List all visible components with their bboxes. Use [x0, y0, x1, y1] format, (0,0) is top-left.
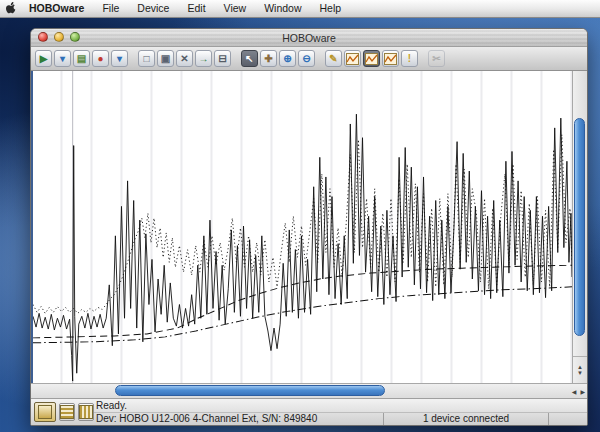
status-divider-2	[548, 413, 549, 426]
zoom-window-button[interactable]	[70, 32, 80, 42]
scroll-left-icon[interactable]: ◀	[572, 388, 577, 395]
mini-chart-glyph	[365, 53, 378, 65]
print-plot-glyph: ⊟	[218, 54, 226, 64]
status-text-area: Ready. Dev: HOBO U12-006 4-Channel Ext, …	[94, 399, 587, 425]
hoboware-window: HOBOware ▶▾▤●▾□▣✕→⊟↖✚⊕⊖✎!✂ ▲ ▼ ◀ ▶	[30, 28, 588, 426]
save-datafile-glyph: ▣	[161, 54, 170, 64]
plot-view-button[interactable]	[34, 402, 56, 422]
crosshair-tool-icon[interactable]: ✚	[260, 50, 277, 67]
open-datafile-icon[interactable]: □	[138, 50, 155, 67]
horizontal-scrollbar-thumb[interactable]	[115, 385, 384, 396]
zoom-in-tool-icon[interactable]: ⊕	[279, 50, 296, 67]
arrow-tool-glyph: ↖	[245, 54, 253, 64]
zoom-in-tool-glyph: ⊕	[283, 54, 291, 64]
status-divider	[383, 413, 384, 426]
print-plot-icon[interactable]: ⊟	[214, 50, 231, 67]
open-datafile-glyph: □	[143, 54, 149, 64]
horizontal-scrollbar[interactable]: ◀ ▶	[31, 383, 587, 398]
menu-file[interactable]: File	[93, 0, 128, 17]
readout-device-icon[interactable]: ▾	[54, 50, 71, 67]
launch-device-icon[interactable]: ▶	[35, 50, 52, 67]
close-datafile-icon[interactable]: ✕	[176, 50, 193, 67]
vertical-scrollbar-thumb[interactable]	[574, 118, 585, 336]
table-view-icon	[60, 405, 74, 419]
device-actions-glyph: ▾	[117, 54, 122, 64]
close-datafile-glyph: ✕	[180, 54, 188, 64]
status-device-text: Dev: HOBO U12-006 4-Channel Ext, S/N: 84…	[96, 413, 381, 424]
close-window-button[interactable]	[38, 32, 48, 42]
plot-setup-icon[interactable]	[382, 50, 399, 67]
menu-view[interactable]: View	[215, 0, 256, 17]
vertical-scrollbar-buttons: ▲ ▼	[573, 356, 587, 383]
menu-bar: HOBOwareFileDeviceEditViewWindowHelp	[0, 0, 600, 18]
status-bar: Ready. Dev: HOBO U12-006 4-Channel Ext, …	[31, 398, 587, 425]
vertical-scrollbar[interactable]: ▲ ▼	[572, 71, 587, 383]
minimize-window-button[interactable]	[54, 32, 64, 42]
window-controls	[38, 32, 80, 42]
device-status-icon[interactable]: ▤	[73, 50, 90, 67]
apple-logo-glyph	[5, 1, 16, 14]
status-row-ready: Ready.	[94, 399, 587, 413]
menu-help[interactable]: Help	[311, 0, 351, 17]
menu-window[interactable]: Window	[255, 0, 310, 17]
window-titlebar[interactable]: HOBOware	[31, 29, 587, 47]
launch-device-glyph: ▶	[40, 54, 48, 64]
horizontal-scrollbar-track[interactable]	[31, 384, 559, 398]
details-view-button[interactable]	[78, 403, 94, 421]
content-area: ▲ ▼	[31, 71, 587, 383]
desktop: HOBOwareFileDeviceEditViewWindowHelp HOB…	[0, 0, 600, 432]
plot-view-icon	[38, 405, 52, 419]
status-row-device: Dev: HOBO U12-006 4-Channel Ext, S/N: 84…	[94, 413, 587, 426]
annotate-note-icon[interactable]: ✎	[325, 50, 342, 67]
save-datafile-icon[interactable]: ▣	[157, 50, 174, 67]
export-data-icon[interactable]: →	[195, 50, 212, 67]
arrow-tool-icon[interactable]: ↖	[241, 50, 258, 67]
scroll-right-icon[interactable]: ▶	[580, 388, 585, 395]
disabled-tool-icon: ✂	[428, 50, 445, 67]
zoom-out-tool-icon[interactable]: ⊖	[298, 50, 315, 67]
disabled-tool-glyph: ✂	[432, 54, 440, 64]
scroll-down-icon[interactable]: ▼	[577, 370, 583, 376]
status-connection-text: 1 device connected	[386, 413, 546, 424]
window-title: HOBOware	[282, 32, 336, 44]
table-view-button[interactable]	[59, 403, 75, 421]
status-lamp-glyph: !	[408, 54, 411, 64]
export-data-glyph: →	[199, 54, 209, 64]
status-ready-text: Ready.	[96, 400, 127, 411]
menu-device[interactable]: Device	[128, 0, 178, 17]
annotate-note-glyph: ✎	[329, 54, 337, 64]
plot-view-icon[interactable]	[363, 50, 380, 67]
plot-canvas[interactable]	[33, 71, 572, 383]
crosshair-tool-glyph: ✚	[264, 54, 272, 64]
zoom-out-tool-glyph: ⊖	[302, 54, 310, 64]
horizontal-scrollbar-buttons: ◀ ▶	[572, 384, 585, 398]
device-actions-icon[interactable]: ▾	[111, 50, 128, 67]
stop-device-icon[interactable]: ●	[92, 50, 109, 67]
edit-plot-icon[interactable]	[344, 50, 361, 67]
device-status-glyph: ▤	[77, 54, 86, 64]
readout-device-glyph: ▾	[60, 54, 65, 64]
menu-hoboware[interactable]: HOBOware	[20, 0, 93, 17]
menu-items: HOBOwareFileDeviceEditViewWindowHelp	[20, 0, 350, 17]
details-view-icon	[79, 405, 93, 419]
toolbar: ▶▾▤●▾□▣✕→⊟↖✚⊕⊖✎!✂	[31, 47, 587, 71]
mini-chart-glyph	[346, 53, 359, 65]
menu-edit[interactable]: Edit	[178, 0, 214, 17]
stop-device-glyph: ●	[97, 54, 103, 64]
view-switcher	[31, 399, 94, 425]
plot-area[interactable]	[31, 71, 572, 383]
status-lamp-icon[interactable]: !	[401, 50, 418, 67]
apple-menu-icon[interactable]	[0, 1, 20, 16]
mini-chart-glyph	[384, 53, 397, 65]
